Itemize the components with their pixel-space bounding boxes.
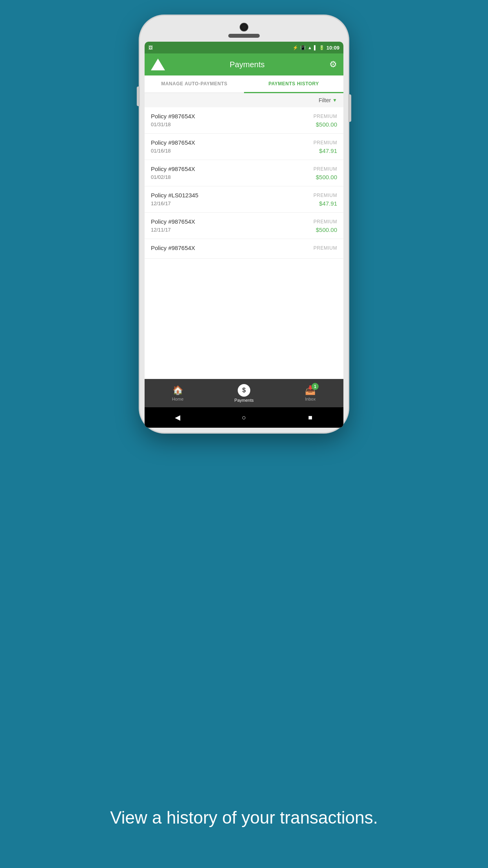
inbox-icon-wrapper: 📥 1 <box>305 385 316 395</box>
filter-bar: Filter ▼ <box>145 93 343 107</box>
payment-row-bottom: 12/16/17 $47.91 <box>151 200 337 207</box>
status-bar-left: 🖼 <box>149 45 153 50</box>
app-header: Payments ⚙ <box>145 53 343 75</box>
payment-row-bottom: 01/02/18 $500.00 <box>151 174 337 180</box>
filter-arrow-icon: ▼ <box>332 97 337 103</box>
phone-shell: 🖼 ⚡ 📳 ▲ ▌ 🔋 10:09 Payments ⚙ <box>140 16 348 432</box>
vibrate-icon: 📳 <box>300 45 306 50</box>
payment-item[interactable]: Policy #987654X PREMIUM 01/31/18 $500.00 <box>145 107 343 134</box>
dollar-sign: $ <box>242 387 246 394</box>
payment-date: 01/31/18 <box>151 121 171 127</box>
home-icon: 🏠 <box>172 385 183 395</box>
payment-list: Policy #987654X PREMIUM 01/31/18 $500.00… <box>145 107 343 379</box>
payment-amount: $47.91 <box>319 200 337 207</box>
payment-policy: Policy #987654X <box>151 245 195 251</box>
payment-item[interactable]: Policy #987654X PREMIUM 12/11/17 $500.00 <box>145 213 343 239</box>
android-nav: ◀ ○ ■ <box>145 407 343 428</box>
tab-manage-auto-payments[interactable]: MANAGE AUTO-PAYMENTS <box>145 75 244 93</box>
status-time: 10:09 <box>327 45 339 51</box>
payment-policy: Policy #987654X <box>151 166 195 172</box>
bottom-nav: 🏠 Home $ Payments 📥 1 Inbox <box>145 379 343 407</box>
payment-type: PREMIUM <box>314 140 337 145</box>
payment-row-top: Policy #987654X PREMIUM <box>151 245 337 251</box>
wifi-icon: ▲ <box>308 45 312 50</box>
payment-type: PREMIUM <box>314 245 337 251</box>
nav-item-home[interactable]: 🏠 Home <box>145 385 211 401</box>
payment-policy: Policy #987654X <box>151 218 195 225</box>
nav-item-inbox[interactable]: 📥 1 Inbox <box>277 385 343 401</box>
app-logo <box>151 57 165 72</box>
nav-item-payments[interactable]: $ Payments <box>211 384 277 403</box>
filter-button[interactable]: Filter ▼ <box>319 97 337 103</box>
payment-policy: Policy #LS012345 <box>151 192 198 199</box>
payment-row-bottom: 12/11/17 $500.00 <box>151 226 337 233</box>
payment-policy: Policy #987654X <box>151 113 195 120</box>
payment-item[interactable]: Policy #LS012345 PREMIUM 12/16/17 $47.91 <box>145 186 343 213</box>
status-icons: ⚡ 📳 ▲ ▌ 🔋 10:09 <box>293 45 339 51</box>
nav-label-inbox: Inbox <box>305 397 316 401</box>
battery-icon: 🔋 <box>319 45 325 50</box>
phone-top <box>145 23 343 38</box>
logo-triangle <box>151 59 165 70</box>
payment-item[interactable]: Policy #987654X PREMIUM 01/02/18 $500.00 <box>145 160 343 186</box>
payment-row-top: Policy #LS012345 PREMIUM <box>151 192 337 199</box>
payment-amount: $500.00 <box>316 226 337 233</box>
payment-row-top: Policy #987654X PREMIUM <box>151 139 337 146</box>
status-bar: 🖼 ⚡ 📳 ▲ ▌ 🔋 10:09 <box>145 42 343 53</box>
filter-label: Filter <box>319 97 331 103</box>
signal-icon: ▌ <box>314 45 317 50</box>
payment-type: PREMIUM <box>314 193 337 198</box>
payment-row-top: Policy #987654X PREMIUM <box>151 113 337 120</box>
image-icon: 🖼 <box>149 45 153 50</box>
nav-label-home: Home <box>172 397 183 401</box>
payment-type: PREMIUM <box>314 166 337 172</box>
settings-icon[interactable]: ⚙ <box>329 59 337 70</box>
payment-amount: $500.00 <box>316 121 337 128</box>
payment-row-top: Policy #987654X PREMIUM <box>151 218 337 225</box>
android-back-button[interactable]: ◀ <box>170 410 185 425</box>
payments-dollar-icon: $ <box>238 384 250 397</box>
nav-label-payments: Payments <box>235 398 254 403</box>
payment-amount: $500.00 <box>316 174 337 180</box>
tab-payments-history[interactable]: PAYMENTS HISTORY <box>244 75 343 93</box>
payment-date: 01/16/18 <box>151 148 171 154</box>
payment-row-top: Policy #987654X PREMIUM <box>151 166 337 172</box>
phone-speaker <box>228 34 260 38</box>
payment-amount: $47.91 <box>319 147 337 154</box>
phone-screen: 🖼 ⚡ 📳 ▲ ▌ 🔋 10:09 Payments ⚙ <box>145 42 343 428</box>
tabs-container: MANAGE AUTO-PAYMENTS PAYMENTS HISTORY <box>145 75 343 93</box>
payment-row-bottom: 01/16/18 $47.91 <box>151 147 337 154</box>
header-title: Payments <box>165 60 329 69</box>
inbox-badge: 1 <box>312 383 319 390</box>
payment-policy: Policy #987654X <box>151 139 195 146</box>
payment-date: 01/02/18 <box>151 174 171 180</box>
payment-row-bottom: 01/31/18 $500.00 <box>151 121 337 128</box>
android-home-button[interactable]: ○ <box>236 410 252 425</box>
phone-camera <box>240 23 248 31</box>
payment-type: PREMIUM <box>314 219 337 224</box>
payment-item[interactable]: Policy #987654X PREMIUM <box>145 239 343 259</box>
payment-date: 12/11/17 <box>151 227 171 233</box>
background: 🖼 ⚡ 📳 ▲ ▌ 🔋 10:09 Payments ⚙ <box>0 0 488 868</box>
android-recents-button[interactable]: ■ <box>303 410 318 425</box>
payment-date: 12/16/17 <box>151 200 171 206</box>
payment-item[interactable]: Policy #987654X PREMIUM 01/16/18 $47.91 <box>145 134 343 160</box>
tagline: View a history of your transactions. <box>87 806 401 829</box>
bluetooth-icon: ⚡ <box>293 45 298 50</box>
payment-type: PREMIUM <box>314 114 337 119</box>
